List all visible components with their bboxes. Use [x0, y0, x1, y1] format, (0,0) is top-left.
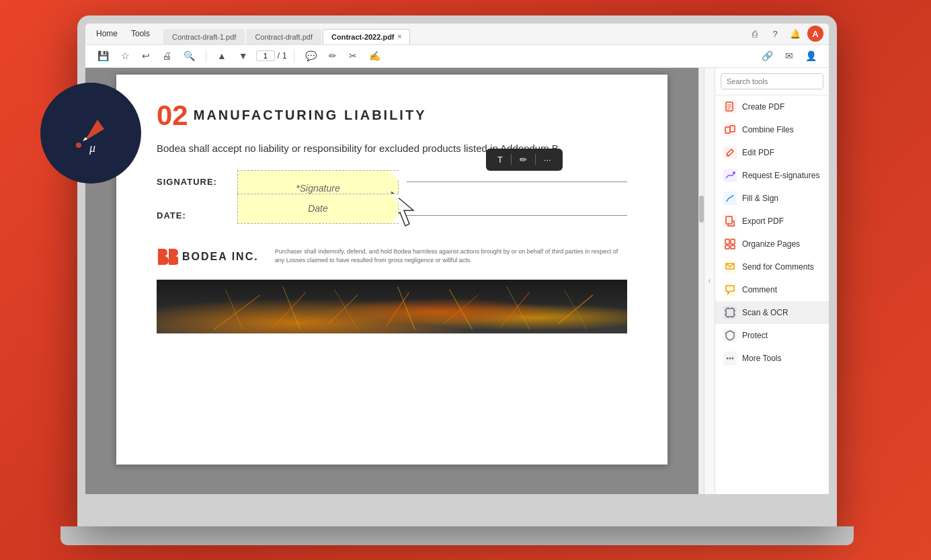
svg-rect-28 — [725, 245, 729, 249]
organize-pages-icon — [723, 237, 737, 251]
page-number-input[interactable] — [256, 50, 275, 61]
bodea-logo: BODEA INC. — [157, 247, 259, 266]
bodea-icon — [157, 247, 178, 266]
tool-more-tools[interactable]: More Tools — [715, 347, 829, 370]
signature-area: T ✏ ··· SIGNATURE: — [157, 177, 627, 221]
tools-list: Create PDF Combine Files — [715, 95, 829, 370]
create-pdf-icon — [723, 100, 737, 114]
combine-files-icon — [723, 123, 737, 136]
toolbar-print-icon[interactable]: 🖨 — [158, 48, 175, 63]
tool-create-pdf-label: Create PDF — [742, 102, 784, 112]
signature-field-text: *Signature — [296, 183, 339, 194]
menu-home[interactable]: Home — [91, 26, 123, 41]
toolbar-save-icon[interactable]: 💾 — [93, 48, 113, 63]
edit-pdf-icon — [723, 146, 737, 159]
toolbar-redact-icon[interactable]: ✂ — [345, 48, 361, 63]
date-label: DATE: — [157, 210, 224, 221]
scan-ocr-icon — [723, 306, 737, 319]
scrollbar[interactable] — [698, 68, 704, 494]
search-tools-container — [715, 68, 829, 95]
svg-point-41 — [732, 357, 734, 359]
toolbar-back-icon[interactable]: ↩ — [138, 48, 154, 63]
svg-rect-21 — [725, 127, 730, 133]
date-field-row: DATE: Date — [157, 210, 627, 221]
toolbar-prev-page[interactable]: ▲ — [213, 48, 231, 63]
svg-rect-25 — [726, 216, 732, 224]
help-icon[interactable]: ? — [767, 26, 783, 42]
tool-create-pdf[interactable]: Create PDF — [715, 95, 829, 118]
toolbar-next-page[interactable]: ▼ — [235, 48, 252, 63]
svg-line-5 — [272, 292, 306, 329]
toolbar-edit-icon[interactable]: ✏ — [325, 48, 341, 63]
tool-export-pdf[interactable]: Export PDF — [715, 210, 829, 233]
search-tools-input[interactable] — [721, 73, 823, 89]
toolbar-email-btn[interactable]: ✉ — [781, 48, 797, 63]
svg-line-14 — [507, 286, 530, 329]
toolbar-bookmark-icon[interactable]: ☆ — [117, 48, 134, 63]
signature-field-row: SIGNATURE: *Signature — [157, 177, 627, 187]
tool-combine-files[interactable]: Combine Files — [715, 118, 829, 141]
more-tools-icon — [723, 352, 737, 365]
page-separator: / — [278, 51, 280, 61]
tool-fill-sign[interactable]: Fill & Sign — [715, 187, 829, 210]
tool-comment-label: Comment — [742, 285, 777, 294]
svg-text:μ: μ — [89, 141, 95, 155]
notifications-icon[interactable]: 🔔 — [787, 26, 803, 42]
send-for-comments-icon — [723, 260, 737, 274]
scroll-thumb[interactable] — [699, 196, 704, 223]
panel-collapse-button[interactable]: ‹ — [704, 68, 715, 494]
photo-area — [157, 280, 627, 333]
date-field-text: Date — [308, 203, 328, 214]
page-navigation: / 1 — [256, 50, 287, 61]
toolbar: 💾 ☆ ↩ 🖨 🔍 ▲ ▼ / 1 💬 ✏ ✂ — [85, 45, 829, 68]
svg-rect-30 — [726, 309, 734, 317]
tab-contract-draft[interactable]: Contract-draft.pdf — [246, 29, 321, 44]
date-popup-field[interactable]: Date — [237, 194, 399, 224]
tab-contract-draft-1[interactable]: Contract-draft-1.pdf — [163, 29, 245, 44]
export-pdf-icon — [723, 214, 737, 228]
protect-icon — [723, 329, 737, 342]
tooltip-edit-btn[interactable]: ✏ — [515, 153, 532, 167]
svg-rect-22 — [730, 126, 735, 132]
tool-protect[interactable]: Protect — [715, 324, 829, 347]
svg-line-3 — [214, 294, 259, 329]
laptop-screen: Home Tools Contract-draft-1.pdf Contract… — [85, 24, 829, 494]
toolbar-share-btn[interactable]: 🔗 — [758, 48, 777, 63]
toolbar-sign-icon[interactable]: ✍ — [365, 48, 384, 63]
tool-scan-ocr-label: Scan & OCR — [742, 308, 788, 317]
tool-send-for-comments-label: Send for Comments — [742, 262, 814, 272]
toolbar-zoom-icon[interactable]: 🔍 — [179, 48, 199, 63]
tool-request-esignatures[interactable]: Request E-signatures — [715, 164, 829, 187]
tab-contract-2022[interactable]: Contract-2022.pdf × — [323, 29, 410, 44]
tooltip-more-btn[interactable]: ··· — [539, 153, 556, 167]
tool-protect-label: Protect — [742, 331, 768, 340]
signature-line — [407, 182, 627, 182]
footer-legal-text: Purchaser shall indemnify, defend, and h… — [275, 247, 627, 266]
menu-bar: Home Tools Contract-draft-1.pdf Contract… — [85, 24, 829, 45]
tool-comment[interactable]: Comment — [715, 278, 829, 301]
svg-point-24 — [733, 171, 735, 174]
svg-line-9 — [386, 292, 409, 326]
laptop-shell: Home Tools Contract-draft-1.pdf Contract… — [77, 15, 837, 526]
toolbar-comment-icon[interactable]: 💬 — [301, 48, 321, 63]
svg-rect-27 — [731, 239, 735, 244]
svg-line-7 — [329, 294, 358, 323]
tool-combine-files-label: Combine Files — [742, 125, 794, 134]
svg-line-8 — [335, 289, 358, 329]
svg-point-39 — [727, 357, 729, 359]
toolbar-user-btn[interactable]: 👤 — [801, 48, 821, 63]
svg-line-12 — [449, 289, 472, 329]
user-avatar[interactable]: A — [807, 26, 823, 42]
share-icon[interactable]: ⎙ — [747, 26, 763, 42]
tool-send-for-comments[interactable]: Send for Comments — [715, 255, 829, 278]
tool-organize-pages[interactable]: Organize Pages — [715, 233, 829, 255]
tool-request-esignatures-label: Request E-signatures — [742, 171, 819, 180]
tool-scan-ocr[interactable]: Scan & OCR — [715, 301, 829, 324]
menu-tools[interactable]: Tools — [126, 26, 155, 41]
laptop-base — [60, 526, 854, 545]
tool-more-tools-label: More Tools — [742, 354, 781, 363]
tab-close-button[interactable]: × — [398, 33, 402, 40]
tool-edit-pdf[interactable]: Edit PDF — [715, 141, 829, 164]
pdf-page: 02 MANUFACTURING LIABILITY Bodea shall a… — [116, 75, 667, 465]
tooltip-text-btn[interactable]: T — [493, 153, 508, 167]
